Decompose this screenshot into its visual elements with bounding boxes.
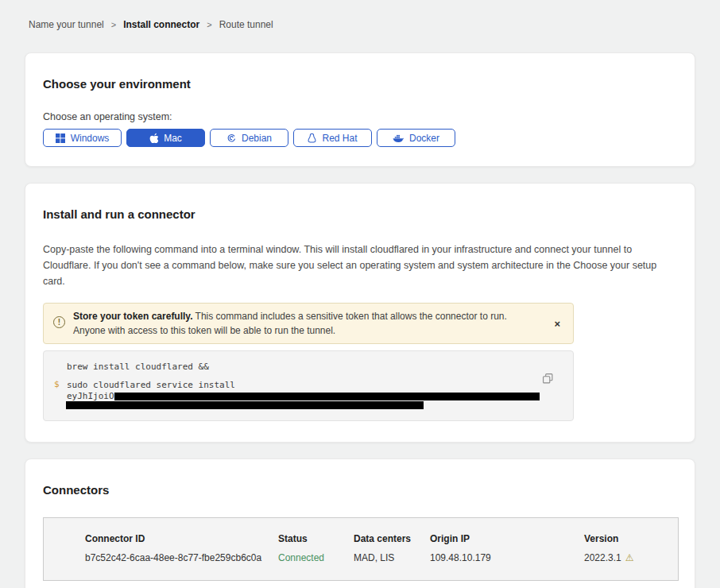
- breadcrumb-separator: >: [111, 20, 116, 29]
- version-value: 2022.3.1: [584, 552, 621, 563]
- os-button-windows[interactable]: Windows: [43, 129, 122, 147]
- os-button-redhat[interactable]: Red Hat: [293, 129, 372, 147]
- warning-title: Store your token carefully.: [73, 311, 193, 322]
- connectors-card: Connectors Connector ID Status Data cent…: [25, 458, 695, 588]
- windows-icon: [56, 133, 65, 143]
- breadcrumb-step-install-connector[interactable]: Install connector: [123, 19, 199, 30]
- apple-icon: [149, 133, 158, 143]
- redhat-linux-penguin-icon: [308, 133, 316, 143]
- table-row: b7c52c42-6caa-48ee-8c77-fbe259cb6c0a Con…: [85, 552, 678, 563]
- os-button-docker[interactable]: Docker: [377, 129, 455, 147]
- token-prefix-text: eyJhIjoiO: [67, 392, 114, 400]
- shell-prompt: $: [54, 378, 60, 390]
- redacted-token-bar: [114, 393, 540, 400]
- version-warning-icon: ⚠: [625, 553, 634, 563]
- data-centers-value: MAD, LIS: [354, 552, 430, 563]
- origin-ip-value: 109.48.10.179: [430, 552, 584, 563]
- environment-card: Choose your environment Choose an operat…: [25, 52, 695, 167]
- os-button-label: Docker: [409, 133, 439, 144]
- copy-icon[interactable]: [541, 373, 554, 385]
- code-line-service-install: sudo cloudflared service install: [67, 379, 560, 391]
- redacted-token-bar: [66, 401, 424, 409]
- os-select-label: Choose an operating system:: [43, 111, 677, 122]
- col-header-origin-ip: Origin IP: [430, 533, 584, 544]
- docker-whale-icon: [393, 133, 404, 143]
- col-header-connector-id: Connector ID: [85, 533, 278, 544]
- col-header-data-centers: Data centers: [354, 533, 430, 544]
- token-line: eyJhIjoiO: [67, 392, 560, 400]
- environment-card-title: Choose your environment: [43, 77, 677, 91]
- status-badge: Connected: [278, 552, 354, 563]
- os-button-group: Windows Mac Debian: [43, 129, 677, 147]
- version-cell: 2022.3.1 ⚠: [584, 552, 678, 563]
- breadcrumb-step-route-tunnel[interactable]: Route tunnel: [219, 19, 273, 30]
- col-header-status: Status: [278, 533, 354, 544]
- connectors-card-title: Connectors: [43, 483, 677, 497]
- alert-circle-icon: !: [53, 316, 65, 328]
- os-button-label: Mac: [164, 133, 182, 144]
- os-button-label: Red Hat: [322, 133, 357, 144]
- connectors-table-header: Connector ID Status Data centers Origin …: [85, 533, 678, 544]
- tunnel-setup-page: Name your tunnel > Install connector > R…: [0, 0, 720, 588]
- install-connector-card: Install and run a connector Copy-paste t…: [25, 183, 695, 443]
- col-header-version: Version: [584, 533, 678, 544]
- os-button-label: Windows: [71, 133, 110, 144]
- breadcrumb-separator: >: [207, 20, 211, 29]
- token-warning-banner: ! Store your token carefully. This comma…: [43, 303, 574, 344]
- code-line-brew-install: brew install cloudflared &&: [67, 361, 560, 373]
- breadcrumb-step-name-tunnel[interactable]: Name your tunnel: [29, 19, 104, 30]
- breadcrumb: Name your tunnel > Install connector > R…: [0, 0, 720, 30]
- connector-id-value: b7c52c42-6caa-48ee-8c77-fbe259cb6c0a: [85, 552, 278, 563]
- os-button-debian[interactable]: Debian: [210, 129, 288, 147]
- close-icon[interactable]: ×: [551, 316, 563, 331]
- install-card-title: Install and run a connector: [43, 207, 677, 221]
- connectors-table: Connector ID Status Data centers Origin …: [43, 517, 679, 581]
- debian-icon: [226, 133, 236, 143]
- install-command-code-block: brew install cloudflared && $ sudo cloud…: [43, 350, 574, 421]
- os-button-label: Debian: [242, 133, 272, 144]
- os-button-mac[interactable]: Mac: [126, 129, 205, 147]
- install-description: Copy-paste the following command into a …: [43, 242, 675, 289]
- warning-text: Store your token carefully. This command…: [73, 309, 540, 338]
